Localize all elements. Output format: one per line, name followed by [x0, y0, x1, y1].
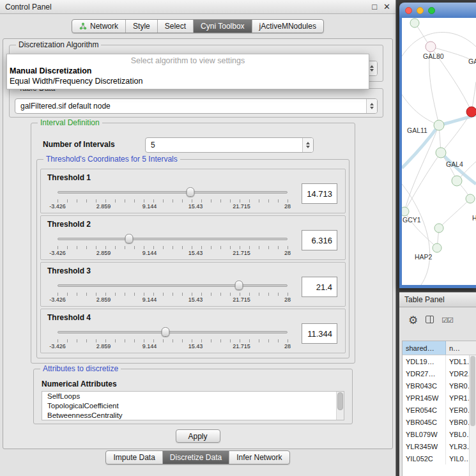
minimize-window-button[interactable]: [417, 7, 424, 14]
list-scrollbar[interactable]: [336, 392, 344, 420]
group-title-discretization-algorithm: Discretization Algorithm: [16, 40, 101, 50]
tab-style[interactable]: Style: [126, 20, 158, 33]
cell-shared-name[interactable]: YDR27…: [403, 367, 446, 380]
threshold-value-field[interactable]: 11.344: [302, 323, 337, 344]
tab-network[interactable]: Network: [72, 20, 126, 33]
tab-jactivemnodules[interactable]: jActiveMNodules: [252, 20, 323, 33]
threshold-value-field[interactable]: 14.713: [302, 183, 337, 204]
slider-thumb[interactable]: [125, 234, 133, 243]
tab-label: Network: [90, 22, 118, 31]
slider-thumb[interactable]: [162, 327, 170, 337]
tab-label: Discretize Data: [170, 453, 222, 462]
network-node[interactable]: [410, 19, 419, 27]
attribute-item[interactable]: BetweennessCentrality: [42, 411, 344, 420]
popup-items: Manual DiscretizationEqual Width/Frequen…: [7, 66, 369, 86]
threshold-slider[interactable]: [58, 234, 288, 244]
apply-button[interactable]: Apply: [176, 429, 220, 443]
tick-label: 9.144: [142, 296, 157, 303]
bottom-tab-impute-data[interactable]: Impute Data: [106, 451, 162, 464]
table-row[interactable]: YDR27…YDR2…: [403, 367, 476, 380]
select-checkboxes-icon[interactable]: ☑☑: [441, 317, 453, 324]
network-node[interactable]: [434, 120, 444, 130]
network-node[interactable]: [452, 176, 462, 186]
attribute-item[interactable]: SelfLoops: [42, 392, 344, 401]
table-row[interactable]: YBL079WYBL0…: [403, 428, 476, 440]
network-node[interactable]: [466, 107, 476, 117]
close-panel-icon[interactable]: ✕: [383, 3, 390, 11]
threshold-panel: Threshold 2 -3.4262.8599.14415.4321.7152…: [40, 215, 346, 260]
control-panel-window: Control Panel □ ✕ NetworkStyleSelectCyni…: [0, 0, 396, 476]
bottom-tabs: Impute DataDiscretize DataInfer Network: [105, 450, 289, 464]
tab-select[interactable]: Select: [158, 20, 194, 33]
table-row[interactable]: YER054CYER0…: [403, 404, 476, 416]
table-row[interactable]: YBR043CYBR0…: [403, 380, 476, 392]
column-header-name[interactable]: n…: [446, 341, 476, 355]
threshold-slider[interactable]: [58, 327, 288, 337]
tab-label: Infer Network: [236, 453, 282, 462]
close-window-button[interactable]: [405, 7, 412, 14]
cell-shared-name[interactable]: YLR345W: [403, 440, 446, 452]
panel-title: Control Panel: [5, 3, 365, 12]
table-scrollbar-thumb[interactable]: [470, 356, 475, 426]
table-row[interactable]: YDL19…YDL1…: [403, 355, 476, 367]
slider-thumb[interactable]: [186, 187, 194, 197]
gear-icon[interactable]: ⚙: [408, 315, 418, 326]
column-chooser-icon[interactable]: [426, 315, 434, 325]
tab-cyni-toolbox[interactable]: Cyni Toolbox: [194, 20, 252, 33]
network-edge: [402, 184, 430, 285]
cell-shared-name[interactable]: YER054C: [403, 404, 446, 416]
table-data-group: Table Data galFiltered.sif default node: [9, 88, 383, 118]
table-data-combobox[interactable]: galFiltered.sif default node: [15, 98, 378, 114]
network-node[interactable]: [466, 194, 475, 203]
threshold-slider[interactable]: [58, 280, 288, 291]
bottom-tab-discretize-data[interactable]: Discretize Data: [163, 451, 229, 464]
slider-thumb[interactable]: [235, 280, 243, 290]
network-node[interactable]: [402, 207, 409, 216]
network-node[interactable]: [436, 148, 446, 158]
slider-track[interactable]: [58, 331, 288, 334]
cell-shared-name[interactable]: YBR045C: [403, 416, 446, 428]
tick-label: 2.859: [96, 203, 111, 210]
zoom-window-button[interactable]: [428, 7, 435, 14]
num-intervals-combobox[interactable]: 5: [145, 137, 314, 153]
threshold-value-field[interactable]: 21.4: [302, 277, 337, 297]
slider-track[interactable]: [58, 284, 288, 287]
node-label: GCY1: [403, 216, 421, 224]
node-label: HAP2: [415, 253, 433, 261]
threshold-panel: Threshold 3 -3.4262.8599.14415.4321.7152…: [40, 262, 346, 307]
network-node[interactable]: [433, 243, 441, 252]
cell-shared-name[interactable]: YBL079W: [403, 428, 446, 440]
popup-item-manual-discretization[interactable]: Manual Discretization: [7, 66, 369, 76]
node-label: H: [472, 214, 476, 222]
float-window-icon[interactable]: □: [372, 3, 377, 11]
network-node[interactable]: [426, 42, 436, 52]
attribute-item[interactable]: TopologicalCoefficient: [42, 401, 344, 411]
bottom-tab-infer-network[interactable]: Infer Network: [229, 451, 289, 464]
tick-label: 2.859: [96, 343, 111, 349]
column-header-shared-name[interactable]: shared…: [403, 341, 446, 355]
threshold-value-field[interactable]: 6.316: [302, 230, 337, 250]
table-scrollbar[interactable]: [469, 355, 476, 476]
network-canvas[interactable]: GAL80GAGAL11GAL4GCY1HAP2H: [402, 18, 476, 285]
table-row[interactable]: YBR045CYBR0…: [403, 416, 476, 428]
table-row[interactable]: YPR145WYPR1…: [403, 392, 476, 404]
tick-label: 21.715: [233, 343, 250, 349]
slider-track[interactable]: [58, 191, 288, 194]
cell-shared-name[interactable]: YPR145W: [403, 392, 446, 404]
cell-shared-name[interactable]: YBR043C: [403, 380, 446, 392]
cell-shared-name[interactable]: YIL052C: [403, 452, 446, 464]
network-node[interactable]: [434, 224, 443, 233]
cell-shared-name[interactable]: YDL19…: [403, 355, 446, 367]
tick-label: 21.715: [233, 250, 250, 256]
table-row[interactable]: YIL052CYIL0…: [403, 452, 476, 464]
numerical-attributes-list[interactable]: SelfLoopsTopologicalCoefficientBetweenne…: [42, 391, 344, 420]
tab-label: Impute Data: [113, 453, 155, 462]
list-scrollbar-thumb[interactable]: [337, 392, 343, 410]
slider-track[interactable]: [58, 238, 288, 240]
threshold-slider[interactable]: [58, 187, 288, 197]
table-row[interactable]: YLR345WYLR3…: [403, 440, 476, 452]
table-data-combo-value: galFiltered.sif default node: [15, 102, 366, 111]
tick-label: 15.43: [188, 203, 203, 210]
popup-item-equal-width-frequency-discretization[interactable]: Equal Width/Frequency Discretization: [7, 76, 369, 86]
num-intervals-combo-value: 5: [146, 141, 302, 150]
